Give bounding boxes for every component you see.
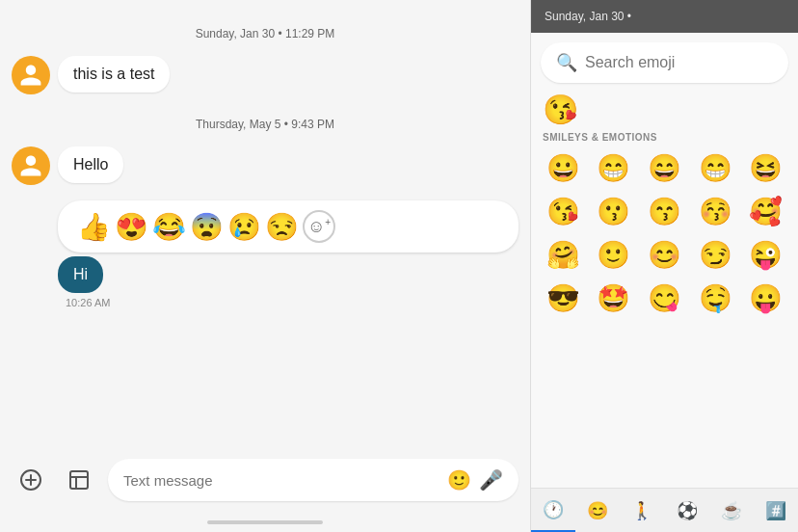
emoji-cell[interactable]: 😙: [640, 192, 689, 231]
recent-icon: 🕐: [543, 500, 564, 519]
emoji-cell[interactable]: 😎: [539, 279, 588, 318]
date-divider-1: Sunday, Jan 30 • 11:29 PM: [12, 15, 519, 56]
emoji-panel: Sunday, Jan 30 • 🔍 😘 SMILEYS & EMOTIONS …: [530, 0, 798, 532]
avatar-2: [12, 146, 50, 185]
emoji-cell[interactable]: 😗: [590, 192, 639, 231]
message-row-1: this is a test: [12, 56, 519, 94]
attachment-button[interactable]: [60, 461, 98, 499]
scroll-indicator: [207, 520, 323, 524]
activities-icon: ⚽: [677, 501, 698, 520]
emoji-reactions: 👍 😍 😂 😨 😢 😒 ☺+: [58, 200, 519, 253]
emoji-input-icon[interactable]: 🙂: [447, 468, 471, 492]
reaction-thumbsup[interactable]: 👍: [77, 211, 111, 243]
emoji-cell[interactable]: 😊: [640, 235, 689, 275]
avatar-1: [12, 56, 50, 94]
svg-rect-1: [70, 471, 88, 489]
emoji-grid-row4: 😎 🤩 😋 🤤 😛: [531, 277, 798, 320]
category-people[interactable]: 🚶: [620, 490, 664, 531]
emoji-cell[interactable]: 🤤: [691, 279, 740, 318]
recent-emoji[interactable]: 😘: [531, 89, 798, 128]
category-smileys[interactable]: 😊: [575, 490, 620, 531]
category-activities[interactable]: ⚽: [665, 490, 709, 531]
reaction-shocked[interactable]: 😨: [190, 211, 224, 243]
sent-bubble: Hi: [58, 256, 103, 293]
emoji-section-label: SMILEYS & EMOTIONS: [531, 128, 798, 146]
emoji-cell[interactable]: 😏: [691, 235, 740, 275]
sent-message-row: Hi 10:26 AM: [58, 256, 519, 308]
emoji-panel-header: Sunday, Jan 30 •: [531, 0, 798, 33]
emoji-cell[interactable]: 😛: [741, 279, 790, 318]
emoji-cell[interactable]: 😚: [691, 192, 740, 231]
emoji-cell[interactable]: 😋: [640, 279, 689, 318]
emoji-grid-row1: 😀 😁 😄 😁 😆: [531, 146, 798, 190]
emoji-cell[interactable]: 😘: [539, 192, 588, 231]
category-symbols[interactable]: #️⃣: [754, 490, 798, 531]
emoji-cell[interactable]: 😄: [640, 148, 689, 188]
emoji-cell[interactable]: 😀: [539, 148, 588, 188]
symbols-icon: #️⃣: [765, 501, 786, 520]
messages-panel: Sunday, Jan 30 • 11:29 PM this is a test…: [0, 0, 530, 532]
reaction-crying[interactable]: 😢: [227, 211, 261, 243]
emoji-cell[interactable]: 😁: [590, 148, 639, 188]
objects-icon: ☕: [721, 501, 742, 520]
people-icon: 🚶: [631, 501, 652, 520]
emoji-cell[interactable]: 🙂: [590, 235, 639, 275]
emoji-grid-row2: 😘 😗 😙 😚 🥰: [531, 190, 798, 233]
category-recent[interactable]: 🕐: [531, 489, 575, 532]
sent-time: 10:26 AM: [58, 297, 110, 308]
reaction-heart-eyes[interactable]: 😍: [115, 211, 148, 243]
search-icon: 🔍: [556, 52, 577, 73]
message-row-2: Hello: [12, 146, 519, 185]
emoji-search-bar[interactable]: 🔍: [541, 42, 788, 83]
message-bubble-1: this is a test: [58, 56, 170, 93]
mic-icon[interactable]: 🎤: [479, 468, 503, 492]
emoji-cell[interactable]: 🤗: [539, 235, 588, 275]
add-emoji-button[interactable]: ☺+: [303, 210, 335, 243]
date-divider-2: Thursday, May 5 • 9:43 PM: [12, 106, 519, 146]
smileys-icon: 😊: [587, 501, 608, 520]
emoji-cell[interactable]: 😜: [741, 235, 790, 275]
message-bubble-2: Hello: [58, 146, 123, 183]
emoji-cell[interactable]: 🥰: [741, 192, 790, 231]
text-input-container[interactable]: 🙂 🎤: [108, 459, 519, 501]
emoji-search-input[interactable]: [585, 54, 778, 71]
add-button[interactable]: [12, 461, 50, 499]
messages-area: Sunday, Jan 30 • 11:29 PM this is a test…: [0, 0, 530, 449]
reaction-laughing[interactable]: 😂: [152, 211, 186, 243]
input-bar: 🙂 🎤: [0, 449, 530, 517]
emoji-category-bar: 🕐 😊 🚶 ⚽ ☕ #️⃣: [531, 488, 798, 532]
emoji-cell[interactable]: 😆: [741, 148, 790, 188]
message-input[interactable]: [123, 472, 439, 489]
category-objects[interactable]: ☕: [709, 490, 754, 531]
emoji-cell[interactable]: 🤩: [590, 279, 639, 318]
reaction-unamused[interactable]: 😒: [265, 211, 299, 243]
emoji-grid-row3: 🤗 🙂 😊 😏 😜: [531, 233, 798, 277]
emoji-cell[interactable]: 😁: [691, 148, 740, 188]
